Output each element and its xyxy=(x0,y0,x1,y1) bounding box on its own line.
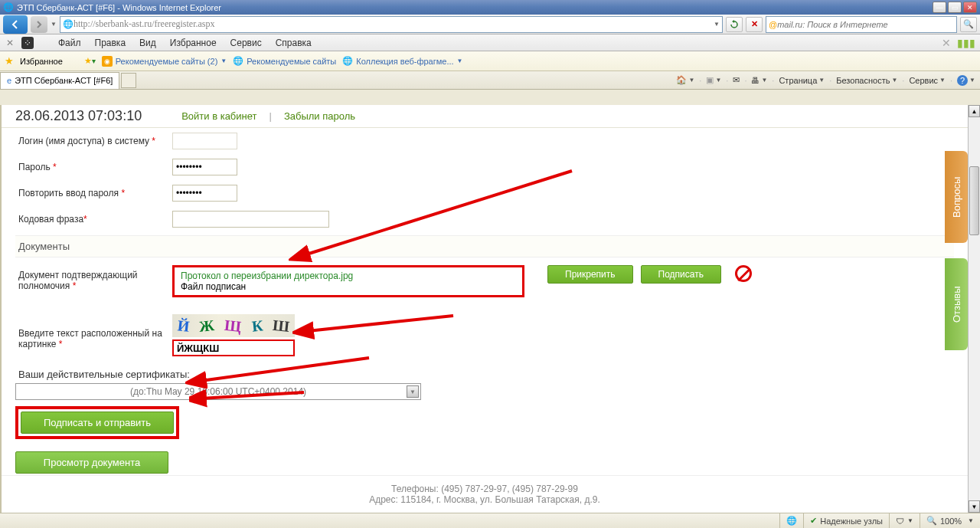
password-input[interactable] xyxy=(172,159,237,175)
footer: Телефоны: (495) 787-29-97, (495) 787-29-… xyxy=(2,475,968,513)
minimize-button[interactable]: — xyxy=(933,2,946,13)
favorites-bar: ★ Избранное ★▾ ◉ Рекомендуемые сайты (2)… xyxy=(0,51,980,71)
stop-button[interactable]: ✕ xyxy=(746,17,763,32)
scroll-thumb[interactable] xyxy=(969,166,979,235)
address-bar[interactable]: 🌐 ▼ xyxy=(60,16,723,33)
login-link[interactable]: Войти в кабинет xyxy=(181,110,256,122)
vertical-scrollbar[interactable]: ▲ ▼ xyxy=(968,105,980,513)
menu-edit[interactable]: Правка xyxy=(89,36,132,50)
forward-button[interactable] xyxy=(31,16,47,33)
print-icon: 🖶 xyxy=(751,76,760,85)
fav-recommended-sites[interactable]: ◉ Рекомендуемые сайты (2) ▼ xyxy=(102,56,227,67)
home-button[interactable]: 🏠▼ xyxy=(676,75,694,85)
password-label: Пароль * xyxy=(15,162,172,172)
certificate-value: (до:Thu May 29 10:06:00 UTC+0400 2014) xyxy=(130,386,306,397)
tab-active[interactable]: e ЭТП Сбербанк-АСТ [#F6] xyxy=(0,72,119,89)
add-favorite-icon[interactable]: ★▾ xyxy=(84,56,96,66)
submit-button[interactable]: Подписать и отправить xyxy=(21,412,174,434)
search-input[interactable] xyxy=(777,20,954,29)
dropdown-icon[interactable]: ▼ xyxy=(51,21,57,28)
password-repeat-input[interactable] xyxy=(172,185,237,202)
status-zoom[interactable]: 🔍 100% ▼ xyxy=(920,513,980,528)
maximize-button[interactable]: ▭ xyxy=(948,2,962,13)
status-bar: 🌐 ✔ Надежные узлы 🛡▼ 🔍 100% ▼ xyxy=(0,513,980,528)
captcha-label: Введите текст расположенный на картинке … xyxy=(15,314,172,349)
arrow-left-icon xyxy=(9,18,21,31)
status-trusted: ✔ Надежные узлы xyxy=(803,513,889,528)
close-tab-icon[interactable]: ✕ xyxy=(5,38,15,48)
search-box[interactable]: @ xyxy=(766,16,957,33)
menu-help[interactable]: Справка xyxy=(270,36,318,50)
footer-phones: Телефоны: (495) 787-29-97, (495) 787-29-… xyxy=(2,484,968,494)
star-icon[interactable]: ★ xyxy=(5,55,14,67)
command-bar: 🏠▼ · ▣▼ · ✉ · 🖶▼ · Страница ▼ · Безопасн… xyxy=(676,75,980,86)
page-icon: 🌐 xyxy=(342,56,353,66)
check-icon: ✔ xyxy=(810,516,817,526)
side-tab-questions[interactable]: Вопросы xyxy=(945,151,968,243)
mailru-icon: @ xyxy=(769,20,777,29)
extension-icon[interactable]: ⁘ xyxy=(21,37,34,49)
attach-button[interactable]: Прикрепить xyxy=(547,265,633,284)
menu-tools[interactable]: Сервис xyxy=(224,36,268,50)
chevron-down-icon: ▼ xyxy=(407,385,419,398)
shield-icon: 🛡 xyxy=(896,517,904,526)
url-input[interactable] xyxy=(74,18,714,30)
fav-recommended-sites-2[interactable]: 🌐 Рекомендуемые сайты xyxy=(233,56,336,66)
window-titlebar: 🌐 ЭТП Сбербанк-АСТ [#F6] - Windows Inter… xyxy=(0,0,980,15)
print-button[interactable]: 🖶▼ xyxy=(751,76,767,85)
sign-button[interactable]: Подписать xyxy=(641,265,721,284)
rss-icon: ◉ xyxy=(102,56,113,67)
home-icon: 🏠 xyxy=(676,75,687,85)
menu-file[interactable]: Файл xyxy=(52,36,87,50)
dropdown-icon[interactable]: ▼ xyxy=(714,21,720,28)
side-tab-reviews[interactable]: Отзывы xyxy=(945,258,968,350)
codephrase-label: Кодовая фраза* xyxy=(15,214,172,225)
file-status-box: Протокол о переизбрании директора.jpg Фа… xyxy=(172,265,524,297)
page-menu[interactable]: Страница ▼ xyxy=(779,76,825,85)
globe-icon: 🌐 xyxy=(786,516,797,526)
captcha-image: ЙЖЩКШ xyxy=(172,314,295,337)
search-icon: 🔍 xyxy=(963,19,974,29)
menu-bar: ✕ ⁘ Файл Правка Вид Избранное Сервис Спр… xyxy=(0,34,980,51)
mail-button[interactable]: ✉ xyxy=(733,75,740,85)
captcha-letter: Й xyxy=(176,316,190,336)
back-button[interactable] xyxy=(3,15,28,34)
tools-menu[interactable]: Сервис ▼ xyxy=(909,76,946,85)
help-button[interactable]: ?▼ xyxy=(957,75,975,86)
certificate-select[interactable]: (до:Thu May 29 10:06:00 UTC+0400 2014) ▼ xyxy=(15,383,421,400)
password-repeat-label: Повторить ввод пароля * xyxy=(15,188,172,198)
codephrase-input[interactable] xyxy=(172,211,329,228)
captcha-input[interactable] xyxy=(172,339,295,356)
scroll-up-button[interactable]: ▲ xyxy=(969,105,980,117)
scroll-down-button[interactable]: ▼ xyxy=(969,500,980,513)
status-protected[interactable]: 🛡▼ xyxy=(889,513,920,528)
status-internet: 🌐 xyxy=(779,513,803,528)
safety-menu[interactable]: Безопасность ▼ xyxy=(836,76,897,85)
forgot-password-link[interactable]: Забыли пароль xyxy=(284,110,355,122)
login-input[interactable] xyxy=(172,133,237,149)
submit-highlight: Подписать и отправить xyxy=(15,406,179,439)
new-tab-button[interactable] xyxy=(121,73,136,88)
forbidden-icon xyxy=(735,265,752,282)
stop-icon: ✕ xyxy=(751,19,758,29)
refresh-button[interactable] xyxy=(726,17,743,32)
window-title: ЭТП Сбербанк-АСТ [#F6] - Windows Interne… xyxy=(17,3,221,12)
page-viewport: 28.06.2013 07:03:10 Войти в кабинет | За… xyxy=(0,105,968,513)
fav-webslice[interactable]: 🌐 Коллекция веб-фрагме... ▼ xyxy=(342,56,462,66)
rss-icon: ▣ xyxy=(706,75,714,85)
feeds-button[interactable]: ▣▼ xyxy=(706,75,721,85)
captcha-letter: Ж xyxy=(198,316,215,336)
close-icon[interactable]: ✕ xyxy=(942,37,951,49)
close-button[interactable]: ✕ xyxy=(963,2,977,13)
section-documents: Документы xyxy=(15,235,954,257)
page-datetime: 28.06.2013 07:03:10 xyxy=(15,108,142,124)
menu-view[interactable]: Вид xyxy=(133,36,162,50)
help-icon: ? xyxy=(957,75,968,86)
menu-favorites[interactable]: Избранное xyxy=(164,36,223,50)
search-button[interactable]: 🔍 xyxy=(960,17,977,32)
page-header: 28.06.2013 07:03:10 Войти в кабинет | За… xyxy=(2,105,968,128)
arrow-right-icon xyxy=(34,20,44,29)
preview-button[interactable]: Просмотр документа xyxy=(15,451,168,474)
mail-icon: ✉ xyxy=(733,75,740,85)
captcha-letter: К xyxy=(250,316,263,335)
